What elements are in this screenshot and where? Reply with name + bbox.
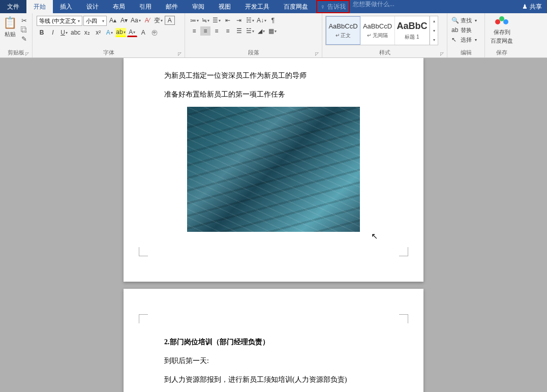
tellme-highlight[interactable]: ♀ 告诉我 <box>316 0 350 13</box>
copy-button[interactable]: ⿻ <box>19 25 29 34</box>
tab-file[interactable]: 文件 <box>0 0 26 13</box>
document-image[interactable] <box>187 107 360 232</box>
align-left-button[interactable]: ≡ <box>189 26 199 36</box>
document-page[interactable]: 2.部门岗位培训（部门经理负责） 到职后第一天: 到人力资源部报到，进行新员工须… <box>124 289 423 392</box>
doc-paragraph[interactable]: 到人力资源部报到，进行新员工须知培训(人力资源部负责) <box>164 373 383 386</box>
paste-label: 粘贴 <box>5 31 16 38</box>
style-name: ↵ 无间隔 <box>367 32 388 39</box>
justify-button[interactable]: ≡ <box>223 26 233 36</box>
cursor-icon: ↖ <box>451 36 459 43</box>
group-paragraph-label: 段落◸ <box>187 48 320 57</box>
clipboard-icon: 📋 <box>3 16 17 29</box>
baidu-cloud-icon <box>495 16 508 27</box>
change-case-button[interactable]: Aa <box>130 16 141 25</box>
tab-baidu[interactable]: 百度网盘 <box>277 0 315 13</box>
multilevel-button[interactable]: ☰ <box>211 16 222 25</box>
font-size-select[interactable]: 小四▾ <box>83 16 107 26</box>
style-normal[interactable]: AaBbCcD ↵ 正文 <box>326 16 360 45</box>
align-right-button[interactable]: ≡ <box>211 26 222 36</box>
tab-mail[interactable]: 邮件 <box>159 0 185 13</box>
tab-view[interactable]: 视图 <box>211 0 238 13</box>
styles-more-button[interactable]: ▴▾▾ <box>430 16 438 45</box>
tab-references[interactable]: 引用 <box>132 0 159 13</box>
mouse-cursor-icon: ↖ <box>371 231 378 241</box>
lightbulb-icon: ♀ <box>320 3 325 11</box>
doc-paragraph[interactable]: 为新员工指定一位资深员工作为新员工的导师 <box>164 69 383 82</box>
page-margin-marker <box>399 247 408 256</box>
select-button[interactable]: ↖选择▾ <box>451 35 477 44</box>
paste-button[interactable]: 📋 粘贴 <box>2 14 18 38</box>
doc-paragraph[interactable]: 到职后第一天: <box>164 354 383 367</box>
style-name: ↵ 正文 <box>336 32 351 39</box>
style-preview: AaBbC <box>397 21 427 32</box>
font-name-select[interactable]: 等线 (中文正文▾ <box>37 16 82 26</box>
underline-button[interactable]: U <box>59 28 69 37</box>
share-label: 共享 <box>530 3 542 11</box>
superscript-button[interactable]: x² <box>93 28 103 37</box>
document-canvas[interactable]: 为新员工指定一位资深员工作为新员工的导师 准备好布置给新员工的第一项工作任务 ↖… <box>0 58 547 392</box>
line-spacing-button[interactable]: ☱ <box>245 26 255 36</box>
group-save-label: 保存 <box>487 48 516 57</box>
dialog-launcher-icon[interactable]: ◸ <box>315 51 319 56</box>
tellme-placeholder[interactable]: 您想要做什么... <box>353 0 394 13</box>
group-clipboard-label: 剪贴板◸ <box>2 48 30 57</box>
doc-heading[interactable]: 2.部门岗位培训（部门经理负责） <box>164 336 383 348</box>
search-icon: 🔍 <box>451 17 459 24</box>
clear-format-button[interactable]: A⁄ <box>142 16 153 25</box>
italic-button[interactable]: I <box>48 28 58 37</box>
style-heading1[interactable]: AaBbC 标题 1 <box>395 16 430 45</box>
find-button[interactable]: 🔍查找▾ <box>451 16 477 25</box>
subscript-button[interactable]: x₂ <box>82 28 92 37</box>
dialog-launcher-icon[interactable]: ◸ <box>25 51 29 56</box>
tab-developer[interactable]: 开发工具 <box>238 0 277 13</box>
page-margin-marker <box>139 247 148 256</box>
char-shading-button[interactable]: A <box>138 28 148 37</box>
distribute-button[interactable]: ☰ <box>234 26 244 36</box>
increase-indent-button[interactable]: ⇥ <box>234 16 244 25</box>
document-page[interactable]: 为新员工指定一位资深员工作为新员工的导师 准备好布置给新员工的第一项工作任务 ↖ <box>124 58 423 282</box>
strikethrough-button[interactable]: abc <box>70 28 81 37</box>
bullets-button[interactable]: ≔ <box>189 16 199 25</box>
group-editing-label: 编辑 <box>449 48 482 57</box>
highlight-button[interactable]: ab <box>115 28 126 37</box>
tab-home[interactable]: 开始 <box>26 0 53 13</box>
grow-font-button[interactable]: A▴ <box>108 16 118 25</box>
doc-paragraph[interactable]: 准备好布置给新员工的第一项工作任务 <box>164 88 383 101</box>
share-button[interactable]: ♟ 共享 <box>517 0 547 13</box>
align-center-button[interactable]: ≡ <box>200 26 210 36</box>
baidu-save-label1: 保存到 <box>494 28 510 36</box>
tab-insert[interactable]: 插入 <box>53 0 79 13</box>
numbering-button[interactable]: ≒ <box>200 16 210 25</box>
page-margin-marker <box>399 314 408 323</box>
style-preview: AaBbCcD <box>363 22 392 30</box>
dialog-launcher-icon[interactable]: ◸ <box>178 51 181 56</box>
show-marks-button[interactable]: ¶ <box>268 16 278 25</box>
tab-review[interactable]: 审阅 <box>185 0 211 13</box>
text-effects-button[interactable]: A <box>104 28 114 37</box>
group-font-label: 字体◸ <box>35 48 183 57</box>
tab-design[interactable]: 设计 <box>79 0 106 13</box>
baidu-save-button[interactable]: 保存到 百度网盘 <box>487 14 516 45</box>
cut-button[interactable]: ✂ <box>19 16 29 24</box>
style-nospacing[interactable]: AaBbCcD ↵ 无间隔 <box>360 16 395 45</box>
decrease-indent-button[interactable]: ⇤ <box>223 16 233 25</box>
page-margin-marker <box>139 314 148 323</box>
sort-button[interactable]: A↓ <box>256 16 267 25</box>
tab-layout[interactable]: 布局 <box>106 0 132 13</box>
phonetic-guide-button[interactable]: 变 <box>154 16 164 25</box>
borders-button[interactable]: ▦ <box>267 26 278 36</box>
styles-gallery[interactable]: AaBbCcD ↵ 正文 AaBbCcD ↵ 无间隔 AaBbC 标题 1 ▴▾… <box>325 16 438 45</box>
font-color-button[interactable]: A <box>127 28 137 37</box>
tellme-label: 告诉我 <box>327 3 346 11</box>
bold-button[interactable]: B <box>37 28 47 37</box>
dialog-launcher-icon[interactable]: ◸ <box>440 51 444 56</box>
baidu-save-label2: 百度网盘 <box>491 37 513 45</box>
replace-icon: ab <box>451 26 459 34</box>
format-painter-button[interactable]: ✎ <box>19 35 29 43</box>
text-direction-button[interactable]: ☵ <box>245 16 255 25</box>
replace-button[interactable]: ab替换 <box>451 25 477 35</box>
shrink-font-button[interactable]: A▾ <box>119 16 129 25</box>
char-border-button[interactable]: A <box>165 16 175 25</box>
enclose-char-button[interactable]: ㊥ <box>149 28 160 37</box>
shading-button[interactable]: ◢ <box>256 26 266 36</box>
